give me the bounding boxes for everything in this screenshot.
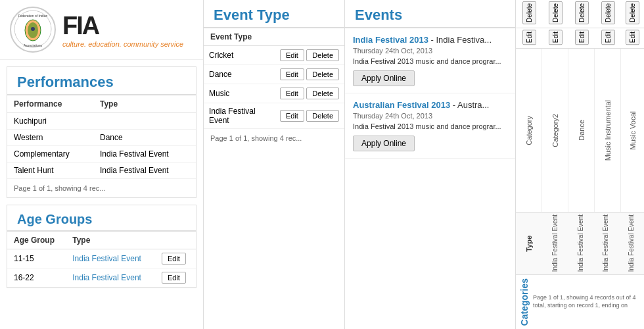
edit-button-3[interactable]: Edit	[575, 30, 589, 45]
performances-title: Performances	[7, 67, 196, 95]
age-row: 11-15India Festival EventEdit	[7, 249, 196, 268]
event-item-title: India Festival 2013 - India Festiva...	[353, 35, 507, 45]
et-delete-button[interactable]: Delete	[306, 49, 339, 61]
right-pagination: Page 1 of 1, showing 4 records out of 4 …	[533, 294, 641, 309]
event-type-title: Event Type	[204, 0, 344, 28]
event-item-desc: India Festival 2013 music and dance prog…	[353, 57, 507, 65]
event-type-panel: Event Type Event Type CricketEdit Delete…	[204, 0, 345, 329]
age-type-value: India Festival Event	[66, 249, 155, 268]
event-item-title: Australian Festival 2013 - Austra...	[353, 100, 507, 110]
apply-online-button[interactable]: Apply Online	[353, 70, 415, 86]
india-festival-event-4: India Festival Event	[628, 215, 635, 272]
event-item: Australian Festival 2013 - Austra... Thu…	[345, 93, 515, 159]
event-type-name: Music	[204, 84, 275, 103]
et-delete-button[interactable]: Delete	[306, 68, 339, 80]
delete-button-4[interactable]: Delete	[601, 1, 615, 24]
event-type-name: Dance	[204, 65, 275, 84]
perf-name: Kuchipuri	[7, 113, 93, 130]
age-row: 16-22India Festival EventEdit	[7, 268, 196, 288]
event-type-row: CricketEdit Delete	[204, 46, 344, 65]
logo-circle: Federation of Indian Associations	[10, 7, 56, 53]
perf-type: India Festival Event	[93, 146, 196, 163]
brand-text: FIA culture. education. community servic…	[62, 12, 183, 48]
et-col2-header	[275, 28, 344, 46]
event-item-subtitle: - Austra...	[453, 100, 490, 110]
event-item-subtitle: - India Festiva...	[431, 35, 492, 45]
event-type-name: India Festival Event	[204, 103, 275, 129]
left-panel: Federation of Indian Associations FIA cu…	[0, 0, 204, 329]
event-type-name: Cricket	[204, 46, 275, 65]
age-col1-header: Age Group	[7, 232, 66, 249]
col-label-music-instrumental: Music Instrumental	[604, 100, 612, 161]
perf-type: India Festival Event	[93, 163, 196, 179]
perf-col1-header: Performance	[7, 95, 93, 113]
right-panel: Delete Delete Delete Delete Delete Edit	[516, 0, 644, 329]
india-festival-event-1: India Festival Event	[551, 215, 559, 272]
india-festival-event-3: India Festival Event	[602, 215, 609, 272]
age-type-value: India Festival Event	[66, 268, 155, 288]
performances-section: Performances Performance Type KuchipuriW…	[7, 66, 196, 198]
tagline: culture. education. community service	[62, 40, 183, 48]
event-type-table: Event Type CricketEdit DeleteDanceEdit D…	[204, 28, 344, 129]
delete-button-2[interactable]: Delete	[549, 1, 563, 24]
logo-area: Federation of Indian Associations FIA cu…	[10, 7, 183, 53]
event-item: India Festival 2013 - India Festiva... T…	[345, 28, 515, 93]
events-title: Events	[345, 0, 515, 28]
et-pagination: Page 1 of 1, showing 4 rec...	[204, 129, 344, 147]
et-edit-button[interactable]: Edit	[280, 68, 304, 80]
performances-pagination: Page 1 of 1, showing 4 rec...	[7, 179, 196, 197]
age-edit-button[interactable]: Edit	[162, 272, 186, 284]
age-groups-table: Age Group Type 11-15India Festival Event…	[7, 232, 196, 288]
events-panel: Events India Festival 2013 - India Festi…	[345, 0, 516, 329]
col-label-dance: Dance	[578, 120, 586, 141]
edit-button-5[interactable]: Edit	[626, 30, 639, 45]
edit-button-1[interactable]: Edit	[522, 30, 536, 45]
perf-type	[93, 113, 196, 130]
event-type-row: MusicEdit Delete	[204, 84, 344, 103]
et-edit-button[interactable]: Edit	[280, 88, 304, 99]
event-item-desc: India Festival 2013 music and dance prog…	[353, 122, 507, 130]
age-col2-header: Type	[66, 232, 155, 249]
performances-table: Performance Type KuchipuriWesternDanceCo…	[7, 95, 196, 179]
et-col1-header: Event Type	[204, 28, 275, 46]
age-group-value: 16-22	[7, 268, 66, 288]
et-edit-button[interactable]: Edit	[280, 110, 304, 122]
svg-point-4	[31, 27, 35, 31]
col-label-music-vocal: Music Vocal	[629, 111, 637, 150]
age-groups-section: Age Groups Age Group Type 11-15India Fes…	[7, 205, 196, 288]
perf-name: Complementary	[7, 146, 93, 163]
delete-button-3[interactable]: Delete	[575, 1, 589, 24]
header: Federation of Indian Associations FIA cu…	[0, 0, 203, 60]
age-groups-title: Age Groups	[7, 205, 196, 232]
et-edit-button[interactable]: Edit	[280, 49, 304, 61]
performances-row: Kuchipuri	[7, 113, 196, 130]
performances-row: Talent HuntIndia Festival Event	[7, 163, 196, 179]
delete-button-1[interactable]: Delete	[522, 1, 536, 24]
age-group-value: 11-15	[7, 249, 66, 268]
delete-button-5[interactable]: Delete	[626, 1, 639, 24]
svg-text:Associations: Associations	[24, 43, 43, 47]
perf-name: Talent Hunt	[7, 163, 93, 179]
svg-text:Federation of Indian: Federation of Indian	[18, 14, 48, 18]
fia-brand: FIA	[62, 12, 183, 40]
perf-name: Western	[7, 130, 93, 146]
performances-row: WesternDance	[7, 130, 196, 146]
categories-label: Categories	[519, 278, 530, 326]
et-delete-button[interactable]: Delete	[306, 110, 339, 122]
event-item-date: Thursday 24th Oct, 2013	[353, 112, 507, 120]
india-festival-event-2: India Festival Event	[577, 215, 584, 272]
apply-online-button[interactable]: Apply Online	[353, 136, 415, 151]
perf-col2-header: Type	[93, 95, 196, 113]
fia-logo-icon: Federation of Indian Associations	[13, 9, 53, 49]
event-item-date: Thursday 24th Oct, 2013	[353, 47, 507, 55]
et-delete-button[interactable]: Delete	[306, 88, 339, 99]
col-label-category: Category	[525, 116, 533, 145]
edit-button-4[interactable]: Edit	[601, 30, 615, 45]
age-col3-header	[155, 232, 196, 249]
col-label-category2: Category2	[551, 114, 559, 147]
age-edit-button[interactable]: Edit	[162, 253, 186, 265]
perf-type: Dance	[93, 130, 196, 146]
performances-row: ComplementaryIndia Festival Event	[7, 146, 196, 163]
edit-button-2[interactable]: Edit	[549, 30, 563, 45]
event-type-row: India Festival EventEdit Delete	[204, 103, 344, 129]
